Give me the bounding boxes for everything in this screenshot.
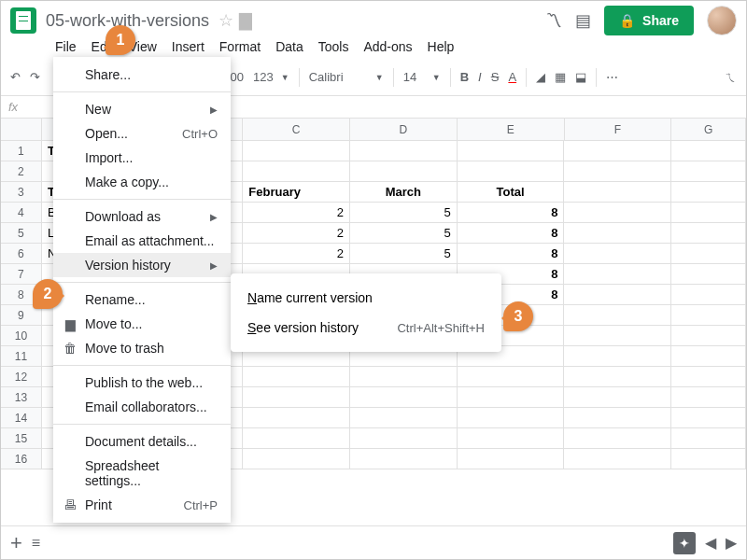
scroll-right-icon[interactable]: ▶ [726, 534, 737, 552]
cell[interactable]: 5 [350, 203, 458, 222]
submenu-name-version[interactable]: Name current version [231, 283, 501, 313]
row-header[interactable]: 14 [1, 408, 42, 427]
cell[interactable]: March [350, 182, 458, 202]
menu-help[interactable]: Help [420, 35, 462, 58]
scroll-left-icon[interactable]: ◀ [705, 534, 716, 552]
collapse-toolbar-icon[interactable]: ㄟ [725, 69, 737, 86]
cell[interactable] [564, 408, 671, 427]
cell[interactable] [671, 285, 746, 304]
row-header[interactable]: 6 [1, 244, 42, 263]
number-format[interactable]: 123▼ [253, 70, 289, 84]
cell[interactable] [350, 141, 458, 161]
cell[interactable] [458, 449, 565, 469]
cell[interactable] [458, 387, 565, 407]
menu-spreadsheet-settings[interactable]: Spreadsheet settings... [53, 454, 231, 493]
cell[interactable] [564, 449, 671, 469]
cell[interactable] [458, 367, 565, 386]
menu-move-trash[interactable]: 🗑Move to trash [53, 336, 231, 360]
merge-icon[interactable]: ⬓ [575, 70, 586, 84]
explore-icon[interactable]: ✦ [673, 532, 696, 554]
cell[interactable] [564, 264, 671, 284]
cell[interactable] [671, 305, 746, 325]
cell[interactable] [564, 141, 671, 161]
menu-print[interactable]: 🖶PrintCtrl+P [53, 493, 231, 517]
cell[interactable] [564, 223, 671, 243]
cell[interactable] [350, 428, 458, 448]
cell[interactable] [350, 387, 458, 407]
menu-format[interactable]: Format [212, 35, 268, 58]
cell[interactable] [671, 346, 746, 366]
cell[interactable]: 2 [243, 223, 350, 243]
menu-move-to[interactable]: ▆Move to... [53, 312, 231, 336]
cell[interactable] [564, 346, 671, 366]
sheets-logo[interactable] [10, 7, 36, 34]
cell[interactable] [671, 223, 746, 243]
row-header[interactable]: 7 [1, 264, 42, 284]
cell[interactable] [671, 264, 746, 284]
menu-file[interactable]: File [48, 35, 84, 58]
italic-icon[interactable]: I [478, 70, 482, 84]
cell[interactable] [243, 367, 350, 386]
cell[interactable] [243, 408, 350, 427]
font-select[interactable]: Calibri▼ [309, 70, 384, 84]
menu-email-collab[interactable]: Email collaborators... [53, 395, 231, 419]
col-header[interactable]: D [350, 119, 458, 140]
cell[interactable] [564, 161, 671, 181]
cell[interactable] [458, 141, 565, 161]
cell[interactable] [564, 285, 671, 304]
cell[interactable] [458, 428, 565, 448]
menu-publish[interactable]: Publish to the web... [53, 371, 231, 395]
row-header[interactable]: 4 [1, 203, 42, 222]
strike-icon[interactable]: S [491, 70, 500, 84]
menu-data[interactable]: Data [268, 35, 311, 58]
cell[interactable] [564, 387, 671, 407]
cell[interactable] [350, 449, 458, 469]
cell[interactable] [671, 428, 746, 448]
row-header[interactable]: 2 [1, 161, 42, 181]
submenu-see-history[interactable]: See version historyCtrl+Alt+Shift+H [231, 313, 501, 343]
col-header[interactable]: F [565, 119, 672, 140]
cell[interactable] [564, 428, 671, 448]
text-color-icon[interactable]: A [508, 70, 516, 84]
cell[interactable]: 5 [350, 223, 458, 243]
trend-icon[interactable]: 〽 [545, 11, 562, 31]
row-header[interactable]: 10 [1, 326, 42, 345]
menu-import[interactable]: Import... [53, 146, 231, 170]
avatar[interactable] [707, 6, 737, 35]
cell[interactable] [458, 408, 565, 427]
cell[interactable] [671, 141, 746, 161]
menu-share[interactable]: Share... [53, 63, 231, 87]
cell[interactable] [671, 244, 746, 263]
undo-icon[interactable]: ↶ [10, 70, 21, 84]
fill-color-icon[interactable]: ◢ [536, 70, 545, 84]
cell[interactable] [243, 428, 350, 448]
menu-email-attachment[interactable]: Email as attachment... [53, 229, 231, 253]
menu-download[interactable]: Download as▶ [53, 204, 231, 229]
redo-icon[interactable]: ↷ [30, 70, 40, 84]
bold-icon[interactable]: B [460, 70, 469, 84]
cell[interactable] [243, 449, 350, 469]
menu-version-history[interactable]: Version history▶ [53, 253, 231, 277]
cell[interactable] [350, 161, 458, 181]
cell[interactable]: 2 [243, 244, 350, 263]
row-header[interactable]: 12 [1, 367, 42, 386]
cell[interactable] [458, 161, 565, 181]
cell[interactable] [671, 161, 746, 181]
cell[interactable] [671, 449, 746, 469]
menu-new[interactable]: New▶ [53, 97, 231, 121]
cell[interactable]: 8 [458, 203, 565, 222]
cell[interactable]: 8 [458, 223, 565, 243]
folder-icon[interactable]: ▇ [239, 10, 252, 31]
all-sheets-icon[interactable]: ≡ [32, 535, 40, 552]
cell[interactable]: 2 [243, 203, 350, 222]
cell[interactable] [564, 203, 671, 222]
cell[interactable] [671, 367, 746, 386]
row-header[interactable]: 13 [1, 387, 42, 407]
menu-rename[interactable]: Rename... [53, 287, 231, 312]
cell[interactable] [671, 182, 746, 202]
cell[interactable]: Total [458, 182, 565, 202]
menu-insert[interactable]: Insert [164, 35, 212, 58]
cell[interactable] [350, 367, 458, 386]
cell[interactable] [671, 387, 746, 407]
cell[interactable]: 5 [350, 244, 458, 263]
